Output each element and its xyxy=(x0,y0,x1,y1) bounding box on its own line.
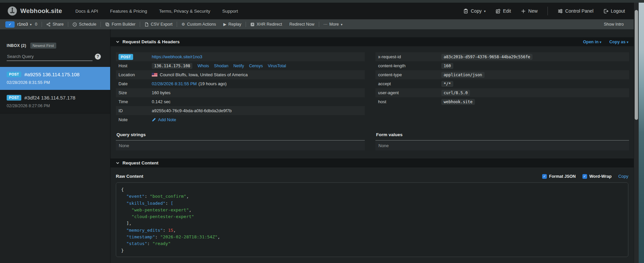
host-lookup-links: Whois Shodan Netify Censys VirusTotal xyxy=(197,64,286,68)
checkbox-checked-icon: ✓ xyxy=(542,174,547,179)
pencil-square-icon xyxy=(496,9,501,14)
request-list-item[interactable]: POST #a9255 136.114.175.108 02/28/2026 8… xyxy=(0,67,110,90)
divider xyxy=(375,140,629,140)
code-token: ], xyxy=(121,221,131,226)
format-json-checkbox[interactable]: ✓ Format JSON xyxy=(542,174,576,179)
code-token: "web-pentester-expert" xyxy=(131,207,189,212)
code-token: "skills_loaded" xyxy=(126,201,165,206)
control-panel-label: Control Panel xyxy=(565,8,593,14)
show-intro-button[interactable]: Show Intro xyxy=(604,22,628,27)
code-token: "ready" xyxy=(152,241,171,246)
toolbar-divider xyxy=(177,22,177,27)
content-section-header[interactable]: Request Content xyxy=(110,158,634,167)
code-token xyxy=(121,241,126,246)
section-title: Request Details & Headers xyxy=(122,39,180,44)
table-row: host webhook.site xyxy=(375,97,629,106)
word-wrap-checkbox[interactable]: ✓ Word-Wrap xyxy=(582,174,612,179)
nav-link-support[interactable]: Support xyxy=(222,9,238,14)
table-row: Note Add Note xyxy=(116,115,365,124)
table-row: accept */* xyxy=(375,79,629,88)
virustotal-link[interactable]: VirusTotal xyxy=(268,64,286,68)
code-token: "status" xyxy=(126,241,147,246)
code-line: "event": "boot_confirm", xyxy=(121,193,623,200)
request-list-item[interactable]: POST #3df24 136.114.57.178 02/28/2026 8:… xyxy=(0,90,110,114)
edit-button[interactable]: Edit xyxy=(496,8,511,14)
xhr-redirect-button[interactable]: XHR Redirect xyxy=(250,22,282,27)
control-panel-button[interactable]: Control Panel xyxy=(558,8,593,14)
request-url-link[interactable]: https://webhook.site/r1no3 xyxy=(152,54,202,59)
scrollbar-thumb[interactable] xyxy=(635,10,638,120)
custom-actions-label: Custom Actions xyxy=(187,22,216,27)
table-row: content-length 160 xyxy=(375,61,629,70)
csv-export-button[interactable]: CSV Export xyxy=(144,22,172,27)
details-section-header[interactable]: Request Details & Headers Open in ▾ Copy… xyxy=(110,37,634,46)
code-line: "web-pentester-expert", xyxy=(121,207,623,213)
nav-link-pricing[interactable]: Features & Pricing xyxy=(110,9,147,14)
netify-link[interactable]: Netify xyxy=(233,64,244,68)
sliders-icon xyxy=(558,9,563,14)
more-dropdown[interactable]: ⋯ More ▾ xyxy=(323,22,343,27)
copy-content-button[interactable]: Copy xyxy=(618,174,628,179)
date-link[interactable]: 02/28/2026 8:31:55 PM xyxy=(152,81,197,86)
token-dropdown[interactable]: r1no3 ▾ xyxy=(17,22,32,27)
raw-content-header: Raw Content ✓ Format JSON ✓ Word-Wrap Co… xyxy=(110,167,634,179)
caret-down-icon: ▾ xyxy=(627,40,628,44)
censys-link[interactable]: Censys xyxy=(249,64,263,68)
more-label: More xyxy=(329,22,339,27)
code-token xyxy=(121,234,126,239)
token-check-button[interactable]: ✓ xyxy=(5,21,15,28)
file-icon xyxy=(144,22,149,27)
details-tables: POST https://webhook.site/r1no3 Host 136… xyxy=(110,46,634,124)
box-arrow-icon xyxy=(250,22,255,27)
query-strings-empty: None xyxy=(116,141,365,150)
whois-link[interactable]: Whois xyxy=(197,64,209,68)
help-icon[interactable]: ? xyxy=(95,54,101,60)
brand-logo[interactable]: Webhook.site xyxy=(7,6,62,16)
clock-icon xyxy=(73,22,77,27)
logout-button[interactable]: Logout xyxy=(603,8,625,14)
query-strings-block: Query strings None xyxy=(116,132,365,150)
row-label: Time xyxy=(118,99,152,104)
header-name: content-type xyxy=(378,72,441,77)
nav-link-docs[interactable]: Docs & API xyxy=(76,9,98,14)
ellipsis-icon: ⋯ xyxy=(323,22,327,27)
caret-down-icon: ▾ xyxy=(341,23,342,26)
add-note-button[interactable]: Add Note xyxy=(152,117,176,122)
raw-content-code[interactable]: { "event": "boot_confirm", "skills_loade… xyxy=(116,182,628,257)
schedule-button[interactable]: Schedule xyxy=(73,22,96,27)
code-token: "timestamp" xyxy=(126,234,155,239)
headers-table: x-request-id a83c201b-d597-4376-9658-44b… xyxy=(375,52,629,106)
nav-link-terms[interactable]: Terms, Privacy & Security xyxy=(159,9,210,14)
sort-order-badge[interactable]: Newest First xyxy=(30,43,56,49)
code-line: "cloud-pentester-expert" xyxy=(121,213,623,220)
replay-button[interactable]: ▶ Replay xyxy=(223,22,241,27)
code-token xyxy=(121,214,131,219)
header-value: 160 xyxy=(441,63,453,69)
copy-dropdown-button[interactable]: Copy ▾ xyxy=(463,8,486,14)
code-token: "memory_edits" xyxy=(126,228,163,233)
code-token: "cloud-pentester-expert" xyxy=(131,214,194,219)
shodan-link[interactable]: Shodan xyxy=(214,64,228,68)
open-in-dropdown[interactable]: Open in ▾ xyxy=(583,40,601,44)
search-row: ? xyxy=(7,53,104,62)
redirect-now-button[interactable]: Redirect Now xyxy=(290,22,315,27)
webhook-site-app: Webhook.site Docs & API Features & Prici… xyxy=(0,0,644,263)
row-label: Date xyxy=(118,81,152,86)
custom-actions-button[interactable]: ⚙ Custom Actions xyxy=(181,22,216,27)
header-name: accept xyxy=(378,81,441,86)
form-builder-label: Form Builder xyxy=(111,22,135,27)
new-button[interactable]: New xyxy=(521,8,537,14)
plus-icon xyxy=(521,9,526,14)
row-label: ID xyxy=(118,108,152,113)
row-label: Note xyxy=(118,117,152,122)
toolbar-divider xyxy=(319,22,319,27)
window-top-edge xyxy=(0,0,644,3)
code-token: : xyxy=(165,201,171,206)
page-scrollbar[interactable] xyxy=(634,3,639,263)
search-input[interactable] xyxy=(7,53,93,61)
copy-as-dropdown[interactable]: Copy as ▾ xyxy=(609,40,628,44)
table-row: Date 02/28/2026 8:31:55 PM(19 hours ago) xyxy=(116,79,365,88)
method-badge: POST xyxy=(7,95,21,101)
form-builder-button[interactable]: Form Builder xyxy=(105,22,135,27)
share-button[interactable]: Share xyxy=(46,22,64,27)
